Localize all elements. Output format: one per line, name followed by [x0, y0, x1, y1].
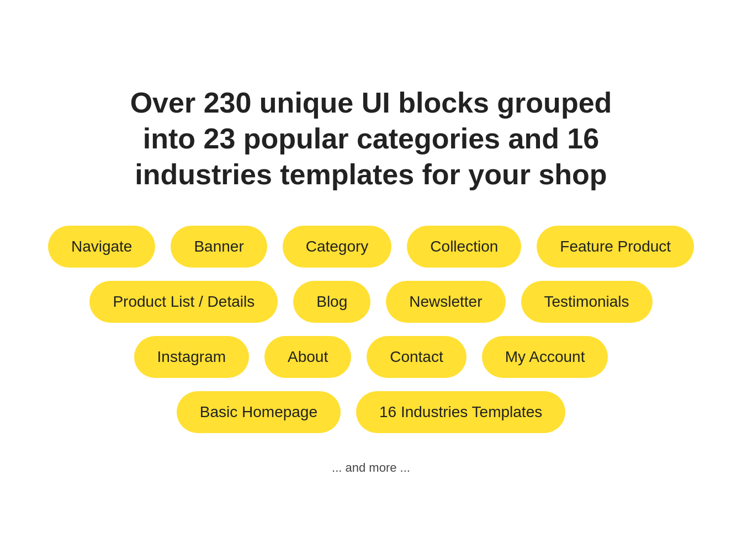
- tag-row-row2: Product List / DetailsBlogNewsletterTest…: [89, 281, 652, 323]
- page-heading: Over 230 unique UI blocks grouped into 2…: [123, 85, 619, 193]
- tag-basic-homepage[interactable]: Basic Homepage: [177, 391, 341, 433]
- and-more-text: ... and more ...: [332, 461, 410, 475]
- tag-contact[interactable]: Contact: [367, 336, 467, 378]
- tag-about[interactable]: About: [264, 336, 351, 378]
- tag-product-list-details[interactable]: Product List / Details: [89, 281, 278, 323]
- tags-container: NavigateBannerCategoryCollectionFeature …: [40, 226, 702, 433]
- tag-row-row1: NavigateBannerCategoryCollectionFeature …: [48, 226, 694, 268]
- tag-blog[interactable]: Blog: [293, 281, 370, 323]
- tag-banner[interactable]: Banner: [171, 226, 267, 268]
- tag-16-industries-templates[interactable]: 16 Industries Templates: [356, 391, 565, 433]
- tag-my-account[interactable]: My Account: [482, 336, 608, 378]
- tag-feature-product[interactable]: Feature Product: [537, 226, 694, 268]
- tag-instagram[interactable]: Instagram: [134, 336, 250, 378]
- tag-newsletter[interactable]: Newsletter: [386, 281, 505, 323]
- tag-navigate[interactable]: Navigate: [48, 226, 156, 268]
- tag-collection[interactable]: Collection: [407, 226, 521, 268]
- tag-category[interactable]: Category: [283, 226, 392, 268]
- tag-testimonials[interactable]: Testimonials: [521, 281, 653, 323]
- tag-row-row4: Basic Homepage16 Industries Templates: [177, 391, 565, 433]
- tag-row-row3: InstagramAboutContactMy Account: [134, 336, 608, 378]
